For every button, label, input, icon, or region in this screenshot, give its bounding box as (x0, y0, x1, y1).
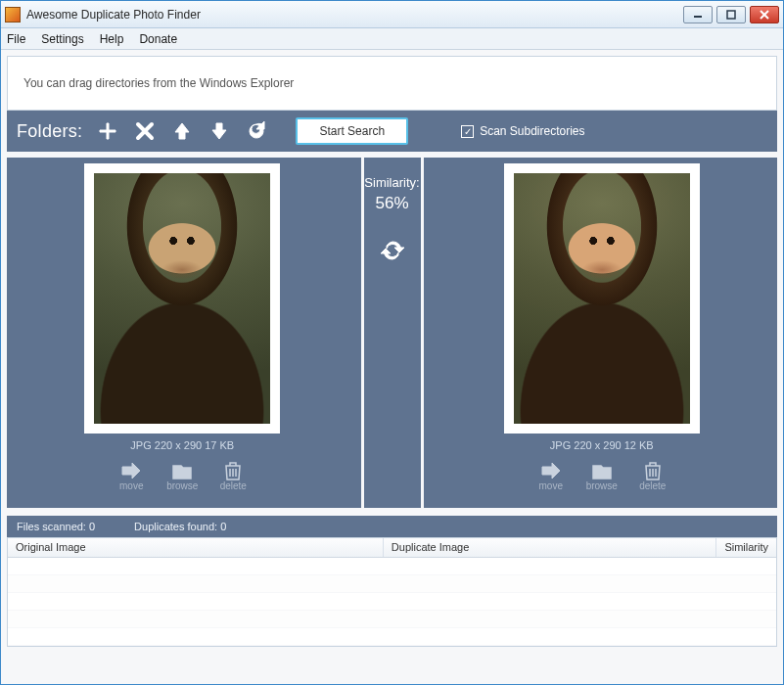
folder-drop-zone[interactable]: You can drag directories from the Window… (7, 56, 777, 111)
x-icon (135, 121, 155, 141)
plus-icon (98, 121, 117, 141)
right-image-panel: JPG 220 x 290 12 KB move browse delete (427, 158, 778, 508)
status-bar: Files scanned: 0 Duplicates found: 0 (7, 516, 777, 537)
app-icon (5, 7, 21, 23)
similarity-label: Similarity: (364, 175, 419, 190)
scan-subdirectories-checkbox[interactable]: ✓ Scan Subdirectories (461, 124, 584, 138)
right-delete-label: delete (639, 480, 666, 491)
trash-icon (643, 461, 663, 480)
duplicates-found: Duplicates found: 0 (134, 521, 226, 532)
refresh-button[interactable] (245, 119, 268, 143)
remove-folder-button[interactable] (133, 119, 157, 143)
menu-help[interactable]: Help (100, 32, 124, 46)
right-thumbnail[interactable] (504, 163, 700, 434)
browse-icon (591, 461, 613, 480)
table-row[interactable] (8, 628, 776, 646)
move-icon (120, 461, 142, 480)
window-title: Awesome Duplicate Photo Finder (26, 8, 683, 22)
swap-icon (381, 239, 404, 262)
left-image-panel: JPG 220 x 290 17 KB move browse delete (7, 158, 358, 508)
files-scanned: Files scanned: 0 (17, 521, 95, 532)
swap-button[interactable] (379, 237, 406, 264)
close-icon (760, 10, 769, 20)
close-button[interactable] (750, 6, 779, 23)
browse-icon (171, 461, 193, 480)
drop-hint: You can drag directories from the Window… (23, 76, 294, 90)
right-move-button[interactable]: move (534, 461, 568, 491)
trash-icon (223, 461, 243, 480)
comparison-area: JPG 220 x 290 17 KB move browse delete S… (7, 158, 777, 508)
folders-toolbar: Folders: Start Search ✓ Scan Subdirector… (7, 111, 777, 152)
table-row[interactable] (8, 575, 776, 593)
add-folder-button[interactable] (96, 119, 119, 143)
move-up-button[interactable] (170, 119, 194, 143)
results-header: Original Image Duplicate Image Similarit… (8, 538, 776, 558)
left-delete-button[interactable]: delete (216, 461, 250, 491)
right-image (514, 173, 690, 424)
left-move-label: move (119, 480, 143, 491)
table-row[interactable] (8, 593, 776, 611)
left-browse-label: browse (166, 480, 198, 491)
similarity-value: 56% (375, 194, 408, 213)
checkbox-icon: ✓ (461, 125, 474, 138)
left-browse-button[interactable]: browse (165, 461, 199, 491)
right-move-label: move (539, 480, 563, 491)
table-row[interactable] (8, 558, 776, 575)
left-image (94, 173, 270, 424)
left-image-meta: JPG 220 x 290 17 KB (130, 439, 234, 451)
refresh-icon (247, 121, 266, 141)
right-browse-button[interactable]: browse (585, 461, 619, 491)
maximize-icon (726, 10, 736, 20)
title-bar: Awesome Duplicate Photo Finder (1, 1, 783, 28)
menu-donate[interactable]: Donate (139, 32, 177, 46)
column-original[interactable]: Original Image (8, 538, 384, 557)
scan-subdirectories-label: Scan Subdirectories (480, 124, 584, 138)
maximize-button[interactable] (716, 6, 746, 23)
menu-settings[interactable]: Settings (41, 32, 83, 46)
table-row[interactable] (8, 611, 776, 628)
column-duplicate[interactable]: Duplicate Image (384, 538, 717, 557)
minimize-button[interactable] (683, 6, 713, 23)
arrow-up-icon (172, 121, 192, 141)
results-table: Original Image Duplicate Image Similarit… (7, 537, 777, 647)
left-move-button[interactable]: move (115, 461, 148, 491)
minimize-icon (693, 10, 703, 20)
left-thumbnail[interactable] (84, 163, 280, 434)
right-image-meta: JPG 220 x 290 12 KB (550, 439, 654, 451)
move-down-button[interactable] (208, 119, 231, 143)
similarity-panel: Similarity: 56% (361, 158, 424, 508)
menu-file[interactable]: File (7, 32, 25, 46)
folders-label: Folders: (17, 121, 82, 142)
right-delete-button[interactable]: delete (636, 461, 669, 491)
arrow-down-icon (209, 121, 229, 141)
menu-bar: File Settings Help Donate (1, 28, 783, 50)
move-icon (540, 461, 562, 480)
column-similarity[interactable]: Similarity (716, 538, 776, 557)
left-delete-label: delete (220, 480, 247, 491)
right-browse-label: browse (586, 480, 618, 491)
start-search-button[interactable]: Start Search (296, 117, 408, 145)
svg-rect-1 (727, 11, 735, 19)
